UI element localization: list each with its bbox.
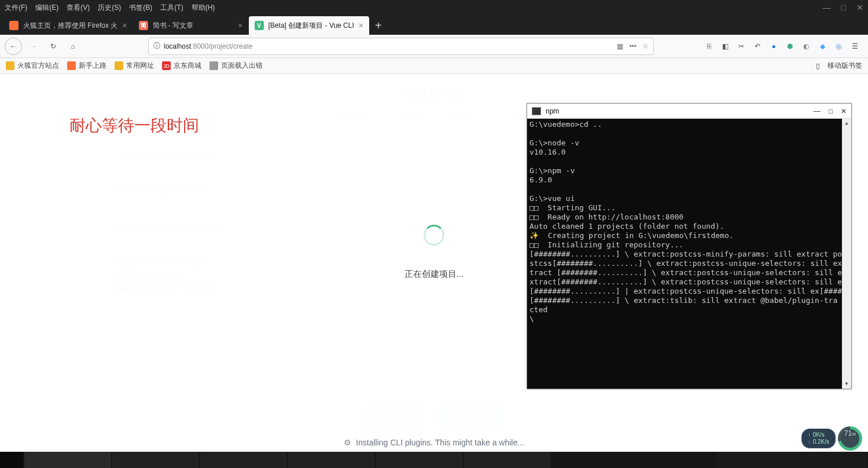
tab-vue-cli[interactable]: V [Beta] 创建新项目 - Vue CLI × xyxy=(249,16,369,35)
bookmark-label: 常用网址 xyxy=(126,61,154,71)
app-menu-icon[interactable]: ☰ xyxy=(849,41,860,52)
cpu-value: 71 xyxy=(844,429,852,437)
menu-bookmarks[interactable]: 书签(B) xyxy=(129,3,152,13)
menu-history[interactable]: 历史(S) xyxy=(98,3,121,13)
taskbar-start[interactable] xyxy=(0,452,23,468)
sidebar-icon[interactable]: ◧ xyxy=(720,41,730,52)
terminal-title: npm xyxy=(546,107,559,115)
annotation-wait-note: 耐心等待一段时间 xyxy=(69,115,199,137)
npm-terminal-window[interactable]: npm — □ ✕ G:\vuedemo>cd .. G:\>node -v v… xyxy=(527,103,852,389)
close-icon[interactable]: × xyxy=(238,21,242,30)
navbar: ← → ↻ ⌂ ⓘ localhost:8000/project/create … xyxy=(0,35,868,58)
vue-favicon: V xyxy=(255,21,264,30)
window-max-icon[interactable]: □ xyxy=(841,3,846,12)
terminal-output[interactable]: G:\vuedemo>cd .. G:\>node -v v10.16.0 G:… xyxy=(527,119,851,389)
net-speed-widget[interactable]: ↑0K/s ↓0.2K/s 71% xyxy=(801,426,862,451)
taskbar-item[interactable] xyxy=(376,452,463,468)
ext-icon-3[interactable]: ◐ xyxy=(801,41,811,52)
cpu-suffix: % xyxy=(852,432,856,437)
bookmark-jd[interactable]: JD京东商城 xyxy=(162,61,201,71)
gear-icon: ⚙ xyxy=(344,438,351,447)
bookmark-label: 移动版书签 xyxy=(827,61,862,71)
menu-tools[interactable]: 工具(T) xyxy=(160,3,183,13)
ext-icon-4[interactable]: ◆ xyxy=(817,41,827,52)
ext-icon-1[interactable]: ● xyxy=(768,41,779,52)
firefox-favicon xyxy=(9,21,19,30)
menu-file[interactable]: 文件(F) xyxy=(5,3,27,13)
menu-help[interactable]: 帮助(H) xyxy=(192,3,215,13)
home-button[interactable]: ⌂ xyxy=(65,38,81,54)
window-min-icon[interactable]: — xyxy=(823,3,831,12)
menu-edit[interactable]: 编辑(E) xyxy=(35,3,58,13)
tab-firefox-home[interactable]: 火狐主页，推荐使用 Firefox 火 × xyxy=(3,16,133,35)
site-info-icon[interactable]: ⓘ xyxy=(153,41,160,51)
toolbar-extensions: ⎘ ◧ ✂ ↶ ● ⬢ ◐ ◆ ◎ ☰ xyxy=(704,41,863,52)
terminal-close-icon[interactable]: ✕ xyxy=(841,107,847,115)
cmd-icon xyxy=(532,107,541,115)
firefox-icon xyxy=(67,61,76,70)
folder-icon xyxy=(115,61,123,70)
taskbar-item[interactable] xyxy=(200,452,287,468)
bookmark-star-icon[interactable]: ☆ xyxy=(642,42,649,50)
terminal-titlebar[interactable]: npm — □ ✕ xyxy=(527,104,851,119)
bookmark-common-urls[interactable]: 常用网址 xyxy=(115,61,154,71)
taskbar-item[interactable] xyxy=(288,452,375,468)
menubar: 文件(F) 编辑(E) 查看(V) 历史(S) 书签(B) 工具(T) 帮助(H… xyxy=(0,0,868,15)
taskbar-item[interactable] xyxy=(24,452,111,468)
close-icon[interactable]: × xyxy=(359,21,363,30)
taskbar-item[interactable] xyxy=(112,452,199,468)
undo-icon[interactable]: ↶ xyxy=(752,41,763,52)
folder-icon xyxy=(6,61,14,70)
speed-readout: ↑0K/s ↓0.2K/s xyxy=(801,429,836,448)
new-tab-button[interactable]: + xyxy=(369,16,388,35)
tab-label: [Beta] 创建新项目 - Vue CLI xyxy=(269,21,354,31)
window-close-icon[interactable]: ✕ xyxy=(856,3,863,12)
tab-label: 火狐主页，推荐使用 Firefox 火 xyxy=(23,21,117,31)
forward-button[interactable]: → xyxy=(25,38,42,54)
tabstrip: 火狐主页，推荐使用 Firefox 火 × 简 简书 - 写文章 × V [Be… xyxy=(0,15,868,35)
taskbar-item[interactable] xyxy=(464,452,551,468)
scroll-down-icon[interactable]: ▼ xyxy=(842,379,851,389)
bookmarks-bar: 火狐官方站点 新手上路 常用网址 JD京东商城 页面载入出错 ▯ 移动版书签 xyxy=(0,58,868,74)
tab-label: 简书 - 写文章 xyxy=(153,21,194,31)
install-text: Installing CLI plugins. This might take … xyxy=(356,438,524,447)
scroll-up-icon[interactable]: ▲ xyxy=(842,119,851,128)
cpu-usage-ring: 71% xyxy=(838,426,862,451)
page-actions-icon[interactable]: ••• xyxy=(629,42,637,50)
screenshot-icon[interactable]: ✂ xyxy=(736,41,746,52)
spinner-icon xyxy=(424,225,444,246)
url-host: localhost:8000/project/create xyxy=(164,42,252,50)
reload-button[interactable]: ↻ xyxy=(45,38,61,54)
taskbar[interactable] xyxy=(0,452,868,468)
bookmark-label: 火狐官方站点 xyxy=(17,61,59,71)
terminal-scrollbar[interactable]: ▲ ▼ xyxy=(842,119,851,389)
mobile-icon: ▯ xyxy=(816,62,820,70)
library-icon[interactable]: ⎘ xyxy=(704,41,714,52)
bookmark-label: 京东商城 xyxy=(174,61,201,71)
bookmark-getting-started[interactable]: 新手上路 xyxy=(67,61,106,71)
url-bar[interactable]: ⓘ localhost:8000/project/create ▦ ••• ☆ xyxy=(148,38,654,55)
globe-icon xyxy=(209,61,218,70)
arrow-down-icon: ↓ xyxy=(808,438,811,445)
ext-icon-5[interactable]: ◎ xyxy=(833,41,844,52)
bookmark-firefox-official[interactable]: 火狐官方站点 xyxy=(6,61,59,71)
qr-icon[interactable]: ▦ xyxy=(617,42,623,50)
tab-jianshu[interactable]: 简 简书 - 写文章 × xyxy=(133,16,249,35)
bookmark-label: 页面载入出错 xyxy=(221,61,263,71)
terminal-min-icon[interactable]: — xyxy=(814,107,821,115)
ext-icon-2[interactable]: ⬢ xyxy=(785,41,795,52)
bookmark-label: 新手上路 xyxy=(79,61,106,71)
bookmark-mobile[interactable]: ▯ 移动版书签 xyxy=(816,61,862,71)
jd-icon: JD xyxy=(162,61,171,70)
bookmark-page-error[interactable]: 页面载入出错 xyxy=(209,61,263,71)
close-icon[interactable]: × xyxy=(122,21,127,30)
arrow-up-icon: ↑ xyxy=(808,432,811,438)
taskbar-tray[interactable] xyxy=(716,452,867,468)
creating-text: 正在创建项目... xyxy=(404,269,464,280)
menu-view[interactable]: 查看(V) xyxy=(67,3,90,13)
terminal-max-icon[interactable]: □ xyxy=(829,107,833,115)
back-button[interactable]: ← xyxy=(5,38,22,55)
jianshu-favicon: 简 xyxy=(139,21,148,30)
install-status: ⚙ Installing CLI plugins. This might tak… xyxy=(0,438,868,447)
